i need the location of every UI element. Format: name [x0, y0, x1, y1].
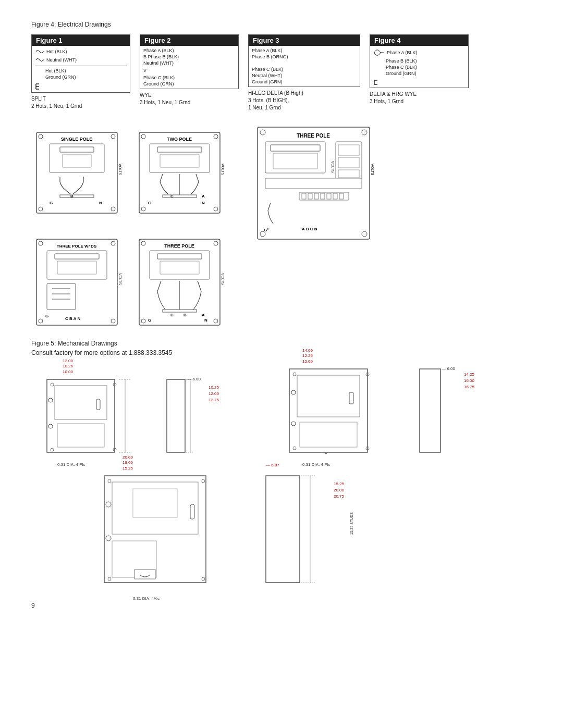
fig2-content: Phase A (BLK) B Phase B (BLK) Neutral (W… [140, 46, 238, 89]
electrical-figure-4: Figure 4 Phase A (BLK) Phase B (BLK) Pha… [370, 34, 469, 105]
svg-rect-63 [160, 261, 199, 274]
svg-rect-92 [327, 193, 331, 199]
svg-rect-34 [47, 283, 76, 310]
svg-rect-128 [133, 489, 177, 517]
svg-text:A: A [202, 194, 205, 199]
svg-rect-89 [308, 193, 312, 199]
svg-rect-119 [300, 422, 357, 447]
wiring-col-center: TWO POLE VOLTS G C A N [134, 122, 225, 330]
svg-rect-88 [302, 193, 306, 199]
fig3-caption: HI-LEG DELTA (B High) 3 Hots, (B HIGH), … [248, 90, 303, 112]
svg-text:VOLTS: VOLTS [118, 273, 122, 285]
svg-text:B: B [70, 194, 74, 199]
svg-text:G: G [50, 201, 53, 205]
svg-text:A  B  C  N: A B C N [302, 227, 317, 231]
mech-large-box: 14.00 12.26 12.00 + 14.25 16.00 16.75 0.… [274, 364, 451, 458]
fig3-content: Phase A (BLK) Phase B (ORNG) Phase C (BL… [249, 46, 360, 87]
svg-rect-78 [271, 145, 320, 151]
svg-text:VOLTS: VOLTS [221, 164, 225, 176]
svg-text:TWO POLE: TWO POLE [167, 137, 192, 142]
fig1-content: Hot (BLK) Neutral (WHT) Hot (BLK) Ground… [32, 46, 130, 92]
mech-row-2: 20.00 18.00 15.25 [94, 471, 532, 591]
mech-xlarge-box-side: — 6.87 15.25 20.00 20.75 15.25 STUDS [261, 471, 323, 591]
svg-text:C  B  A  N: C B A N [65, 316, 80, 321]
electrical-figure-2: Figure 2 Phase A (BLK) B Phase B (BLK) N… [140, 34, 239, 106]
page-section-electrical-title: Figure 4: Electrical Drawings [31, 21, 532, 28]
svg-rect-138 [266, 476, 300, 583]
svg-rect-90 [314, 193, 319, 199]
svg-text:C: C [170, 313, 174, 317]
fig1-title: Figure 1 [32, 35, 130, 46]
svg-text:SINGLE POLE: SINGLE POLE [61, 137, 93, 142]
svg-rect-133 [134, 570, 155, 579]
wiring-two-pole: TWO POLE VOLTS G C A N [134, 122, 225, 218]
svg-text:THREE POLE: THREE POLE [164, 243, 194, 249]
svg-rect-79 [273, 153, 317, 169]
svg-text:THREE POLE: THREE POLE [297, 133, 330, 139]
electrical-figure-1: Figure 1 Hot (BLK) Neutral (WHT) Hot (BL… [31, 34, 130, 110]
svg-rect-86 [265, 178, 362, 189]
svg-text:VOLTS: VOLTS [221, 273, 225, 285]
svg-text:VOLTS: VOLTS [118, 164, 122, 176]
svg-rect-47 [157, 147, 202, 152]
svg-rect-82 [338, 145, 359, 155]
fig1-caption: SPLIT 2 Hots, 1 Neu, 1 Grnd [31, 95, 82, 110]
wiring-three-pole-large: THREE POLE VOLTS VOLTS [252, 122, 375, 330]
fig4-content: Phase A (BLK) Phase B (BLK) Phase C (BLK… [370, 46, 468, 88]
svg-text:G: G [148, 201, 151, 205]
svg-text:C: C [170, 194, 174, 199]
fig3-title: Figure 3 [249, 35, 360, 46]
mech-section-title: Figure 5: Mechanical Drawings [31, 340, 532, 347]
svg-rect-102 [57, 424, 104, 447]
mech-subtitle: Consult factory for more options at 1.88… [31, 349, 532, 356]
wiring-three-pole-center: THREE POLE VOLTS G C B A N [134, 229, 225, 330]
wiring-three-pole-ds: THREE POLE W/ DS VOLTS G C B A N [31, 229, 123, 330]
svg-text:B: B [183, 313, 187, 317]
svg-rect-94 [339, 193, 344, 199]
svg-rect-84 [338, 170, 359, 178]
svg-text:G: G [45, 314, 48, 318]
svg-rect-101 [96, 399, 100, 410]
svg-text:VOLTS: VOLTS [331, 161, 335, 173]
svg-rect-31 [55, 254, 99, 259]
svg-rect-18 [63, 154, 91, 167]
svg-text:N: N [202, 201, 205, 205]
svg-text:N: N [99, 201, 102, 205]
svg-rect-32 [57, 261, 96, 274]
svg-rect-93 [333, 193, 337, 199]
svg-rect-62 [157, 254, 202, 259]
fig2-caption: WYE 3 Hots, 1 Neu, 1 Grnd [140, 92, 190, 106]
electrical-figure-3: Figure 3 Phase A (BLK) Phase B (ORNG) Ph… [248, 34, 360, 112]
electrical-figures-row: Figure 1 Hot (BLK) Neutral (WHT) Hot (BL… [31, 34, 532, 112]
wiring-col-left: SINGLE POLE VOLTS G N B [31, 122, 123, 330]
page-number: 9 [31, 602, 532, 609]
fig2-title: Figure 2 [140, 35, 238, 46]
svg-text:THREE POLE W/ DS: THREE POLE W/ DS [57, 244, 97, 249]
wiring-diagrams-area: SINGLE POLE VOLTS G N B [31, 122, 532, 330]
svg-rect-17 [60, 147, 94, 152]
svg-rect-118 [349, 392, 353, 404]
svg-text:N: N [204, 318, 207, 323]
svg-rect-83 [338, 157, 359, 168]
mech-small-box: 12.00 10.26 10.00 [31, 374, 195, 458]
svg-rect-125 [420, 369, 440, 452]
svg-rect-91 [321, 193, 325, 199]
svg-rect-48 [160, 154, 199, 167]
svg-text:G: G [148, 318, 151, 323]
svg-text:A: A [202, 313, 205, 317]
svg-text:VOLTS: VOLTS [371, 164, 374, 176]
mech-xlarge-box-front: 20.00 18.00 15.25 [94, 471, 224, 591]
mech-row-1: 12.00 10.26 10.00 [31, 364, 532, 458]
svg-text:G°: G° [264, 228, 268, 232]
svg-rect-110 [167, 379, 185, 452]
svg-rect-131 [190, 504, 194, 519]
wiring-single-pole: SINGLE POLE VOLTS G N B [31, 122, 123, 218]
fig4-title: Figure 4 [370, 35, 468, 46]
fig4-caption: DELTA & HRG WYE 3 Hots, 1 Grnd [370, 91, 417, 105]
svg-text:+: + [325, 451, 327, 456]
